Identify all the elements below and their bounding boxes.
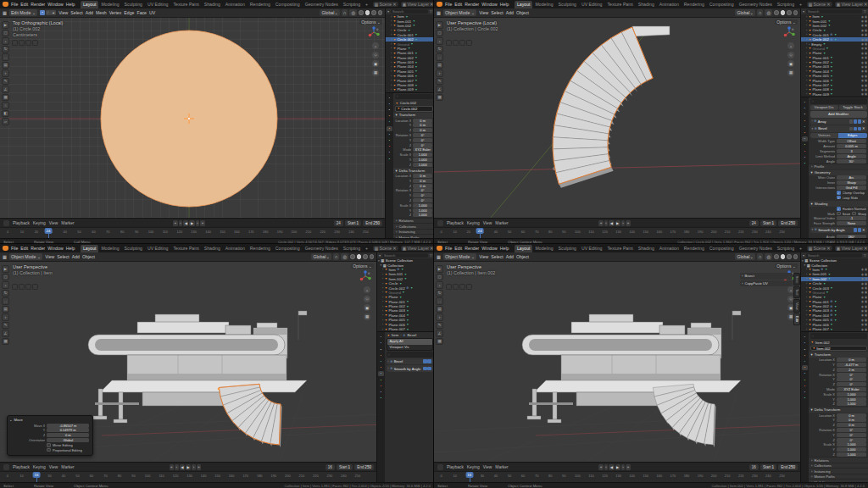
delta-scale-value[interactable]: 1.000 bbox=[837, 452, 866, 457]
workspace-tab-uv-editing[interactable]: UV Editing bbox=[579, 1, 604, 8]
workspace-tab-uv-editing[interactable]: UV Editing bbox=[145, 1, 170, 8]
location-value[interactable]: -6.477 m bbox=[837, 363, 866, 367]
hide-eye-icon[interactable]: ◉ bbox=[861, 273, 864, 276]
options-dropdown[interactable]: Options ⌄ bbox=[775, 263, 798, 269]
scale-value[interactable]: 1.000 bbox=[837, 397, 866, 402]
hide-eye-icon[interactable]: ◉ bbox=[861, 92, 864, 96]
workspace-tab-compositing[interactable]: Compositing bbox=[707, 245, 736, 252]
tool-button-10[interactable]: ○ bbox=[2, 102, 9, 109]
pan-button[interactable]: ◇ bbox=[364, 296, 370, 302]
expand-icon[interactable]: › bbox=[382, 291, 383, 294]
camera-view-button[interactable]: ▣ bbox=[787, 60, 794, 67]
header-menu-view[interactable]: View bbox=[479, 10, 488, 15]
snap-magnet-icon[interactable]: ∩ bbox=[342, 9, 348, 16]
disable-render-icon[interactable]: ▣ bbox=[865, 38, 867, 42]
tool-button-6[interactable]: ⌖ bbox=[436, 313, 443, 321]
orientation-value[interactable]: Global bbox=[47, 438, 89, 442]
properties-tab-4[interactable]: ▪ bbox=[802, 125, 809, 130]
properties-tab-1[interactable]: ▪ bbox=[378, 341, 385, 346]
tool-button-12[interactable]: ▱ bbox=[2, 118, 9, 125]
delta-location-value[interactable]: 0 m bbox=[413, 174, 432, 178]
checkbox[interactable]: ✓ bbox=[837, 191, 841, 195]
properties-tab-5[interactable]: ▪ bbox=[802, 365, 809, 370]
shading-wireframe-button[interactable] bbox=[359, 10, 364, 15]
pivot-icon[interactable]: ▫ bbox=[453, 284, 459, 290]
shading-field-value[interactable]: None bbox=[837, 221, 866, 225]
expand-icon[interactable]: › bbox=[806, 19, 807, 23]
sidebar-panel-bisect[interactable]: ›Bisect bbox=[740, 273, 793, 280]
app-menu-render[interactable]: Render bbox=[31, 246, 45, 251]
expand-icon[interactable]: › bbox=[806, 69, 807, 73]
snap-icon[interactable]: ▫ bbox=[446, 40, 452, 46]
disable-render-icon[interactable]: ▣ bbox=[865, 29, 867, 32]
app-menu-window[interactable]: Window bbox=[481, 2, 497, 7]
workspace-tab-geometry-nodes[interactable]: Geometry Nodes bbox=[737, 1, 774, 8]
next-keyframe-button[interactable]: › bbox=[621, 220, 625, 226]
tool-button-8[interactable]: ∠ bbox=[436, 330, 443, 337]
expand-icon[interactable]: › bbox=[806, 47, 807, 50]
overlay-icon[interactable]: ▫ bbox=[32, 284, 38, 290]
proportional-edit-icon[interactable]: ◎ bbox=[341, 253, 348, 260]
disable-render-icon[interactable]: ▣ bbox=[865, 319, 867, 322]
toggle-render[interactable] bbox=[427, 359, 431, 363]
hide-eye-icon[interactable]: ◉ bbox=[861, 52, 864, 55]
disable-render-icon[interactable]: ▣ bbox=[865, 56, 867, 59]
expand-icon[interactable]: › bbox=[806, 323, 807, 326]
shading-rendered-button[interactable] bbox=[793, 254, 798, 259]
toggle-realtime[interactable] bbox=[854, 119, 858, 124]
workspace-tab-layout[interactable]: Layout bbox=[515, 245, 532, 252]
checkbox[interactable]: ✓ bbox=[837, 207, 841, 211]
app-menu-render[interactable]: Render bbox=[465, 2, 479, 7]
disable-render-icon[interactable]: ▣ bbox=[865, 323, 867, 326]
expand-icon[interactable]: › bbox=[391, 29, 392, 32]
disable-render-icon[interactable]: ▣ bbox=[865, 309, 867, 313]
editor-type-icon[interactable]: ▦ bbox=[3, 254, 7, 259]
button-viewport-dis[interactable]: Viewport Dis bbox=[810, 105, 838, 111]
properties-tab-9[interactable]: ▪ bbox=[387, 150, 393, 155]
current-frame-field[interactable]: 24 bbox=[334, 220, 343, 227]
zoom-button[interactable]: + bbox=[787, 42, 794, 49]
disable-render-icon[interactable]: ▣ bbox=[865, 33, 867, 36]
workspace-tab-geometry-nodes[interactable]: Geometry Nodes bbox=[303, 245, 340, 252]
expand-icon[interactable]: › bbox=[391, 84, 392, 87]
workspace-tab-rendering[interactable]: Rendering bbox=[248, 245, 272, 252]
expand-icon[interactable]: › bbox=[391, 75, 392, 78]
header-menu-mesh[interactable]: Mesh bbox=[96, 10, 107, 15]
disable-render-icon[interactable]: ▣ bbox=[865, 69, 867, 73]
editor-type-icon[interactable]: ▦ bbox=[437, 254, 441, 259]
pivot-icon[interactable]: ▫ bbox=[19, 284, 25, 290]
rotation-value[interactable]: 0° bbox=[413, 143, 432, 147]
hide-eye-icon[interactable]: ◉ bbox=[861, 56, 864, 59]
workspace-tab-+[interactable]: + bbox=[798, 245, 804, 252]
panel-collapsed-visibility[interactable]: ›Visibility bbox=[809, 479, 868, 482]
expand-icon[interactable]: › bbox=[806, 88, 807, 92]
orientation-dropdown[interactable]: Global⌄ bbox=[320, 9, 339, 16]
camera-view-button[interactable]: ▣ bbox=[372, 60, 379, 67]
geometry-field-value[interactable]: Sharp bbox=[837, 180, 866, 185]
timeline-menu-marker[interactable]: Marker bbox=[495, 221, 508, 225]
bevel-field-value[interactable]: Offset bbox=[837, 139, 866, 143]
mode-dropdown[interactable]: Object Mode⌄ bbox=[443, 9, 476, 16]
toggle-realtime[interactable] bbox=[423, 359, 427, 363]
toggle-realtime[interactable] bbox=[854, 228, 858, 232]
orientation-dropdown[interactable]: Global⌄ bbox=[735, 9, 754, 16]
end-frame-field[interactable]: End250 bbox=[778, 464, 798, 471]
expand-icon[interactable]: › bbox=[391, 47, 392, 50]
disable-render-icon[interactable]: ▣ bbox=[865, 277, 867, 280]
properties-tab-3[interactable]: ▪ bbox=[378, 353, 385, 358]
delta-location-value[interactable]: 0 m bbox=[413, 184, 432, 188]
disable-render-icon[interactable]: ▣ bbox=[865, 47, 867, 50]
workspace-tab-texture-paint[interactable]: Texture Paint bbox=[605, 245, 635, 252]
rotation-mode-value[interactable]: XYZ Euler bbox=[413, 147, 432, 152]
app-menu-edit[interactable]: Edit bbox=[20, 246, 28, 251]
expand-icon[interactable]: › bbox=[391, 24, 392, 27]
hide-eye-icon[interactable]: ◉ bbox=[861, 88, 864, 92]
expand-icon[interactable]: › bbox=[806, 24, 807, 27]
hide-eye-icon[interactable]: ◉ bbox=[861, 282, 864, 286]
timeline-menu-keying[interactable]: Keying bbox=[33, 221, 46, 225]
shading-material-button[interactable] bbox=[787, 254, 792, 259]
end-frame-field[interactable]: End250 bbox=[778, 220, 798, 227]
properties-tab-3[interactable]: ▪ bbox=[802, 353, 809, 358]
hide-eye-icon[interactable]: ◉ bbox=[861, 268, 864, 271]
workspace-tab-shading[interactable]: Shading bbox=[636, 1, 656, 8]
